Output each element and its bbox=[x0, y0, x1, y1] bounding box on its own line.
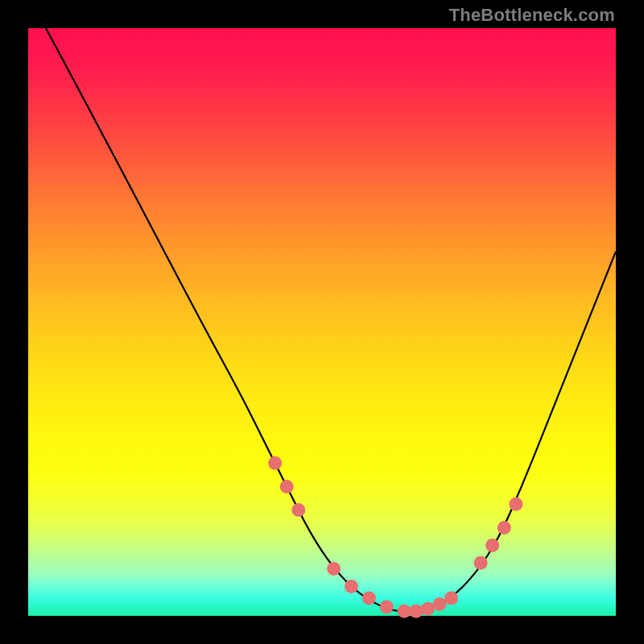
data-marker bbox=[433, 597, 447, 611]
data-marker bbox=[444, 592, 458, 605]
data-marker bbox=[268, 456, 282, 470]
chart-frame: TheBottleneck.com bbox=[0, 0, 644, 644]
data-marker bbox=[421, 602, 435, 616]
data-marker bbox=[485, 539, 499, 552]
data-marker bbox=[398, 605, 411, 618]
marker-group bbox=[268, 456, 522, 618]
data-marker bbox=[409, 605, 423, 618]
data-marker bbox=[327, 562, 341, 576]
bottleneck-curve bbox=[46, 28, 616, 612]
data-marker bbox=[362, 592, 376, 605]
data-marker bbox=[474, 556, 488, 570]
data-marker bbox=[280, 480, 294, 493]
watermark-text: TheBottleneck.com bbox=[449, 5, 615, 26]
data-marker bbox=[380, 601, 394, 614]
data-marker bbox=[291, 503, 305, 517]
chart-svg bbox=[28, 28, 616, 616]
data-marker bbox=[345, 580, 358, 593]
data-marker bbox=[509, 497, 522, 511]
data-marker bbox=[497, 521, 511, 535]
